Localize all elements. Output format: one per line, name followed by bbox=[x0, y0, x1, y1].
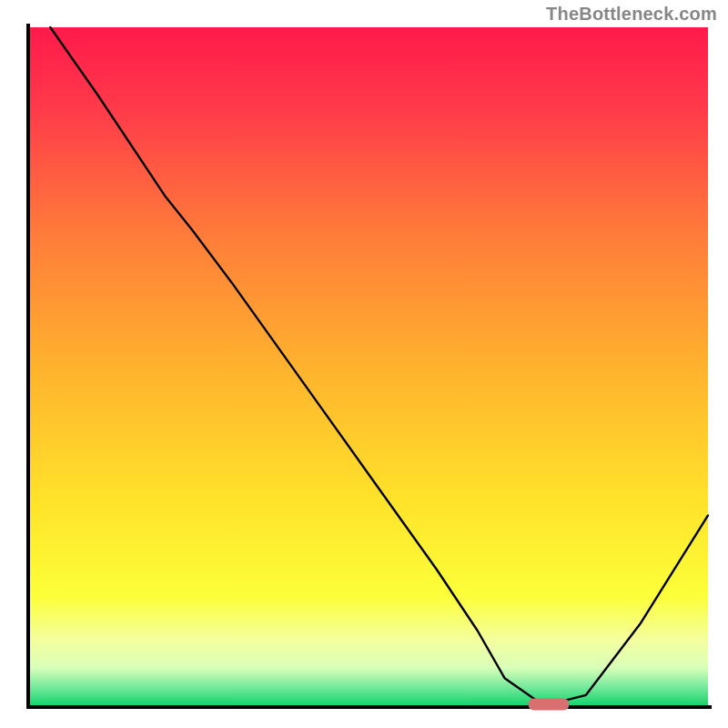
chart-svg bbox=[0, 0, 728, 728]
bottleneck-chart bbox=[0, 0, 728, 728]
optimal-marker bbox=[529, 699, 570, 711]
watermark-text: TheBottleneck.com bbox=[546, 4, 717, 25]
plot-background bbox=[30, 27, 708, 705]
